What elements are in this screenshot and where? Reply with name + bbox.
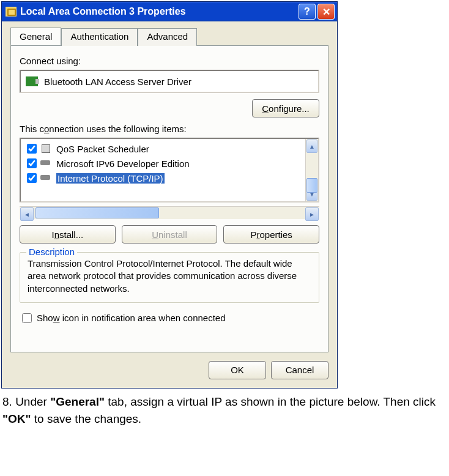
show-icon-checkbox[interactable]	[22, 313, 32, 323]
cancel-button[interactable]: Cancel	[271, 361, 328, 379]
properties-button[interactable]: Properties	[223, 225, 319, 244]
ok-button[interactable]: OK	[209, 361, 266, 379]
description-text: Transmission Control Protocol/Internet P…	[28, 258, 311, 295]
components-listbox[interactable]: QoS Packet Scheduler Microsoft IPv6 Deve…	[20, 138, 319, 203]
tab-strip: General Authentication Advanced	[10, 28, 328, 46]
scroll-thumb[interactable]	[306, 178, 317, 193]
scroll-up-button[interactable]: ▲	[306, 139, 317, 153]
scroll-right-button[interactable]: ►	[305, 207, 319, 221]
item-checkbox-tcpip[interactable]	[27, 173, 37, 183]
tab-advanced[interactable]: Advanced	[138, 28, 197, 46]
qos-icon	[40, 143, 53, 154]
horizontal-scrollbar[interactable]: ◄ ►	[20, 206, 319, 219]
adapter-name: Bluetooth LAN Access Server Driver	[44, 76, 191, 87]
item-checkbox-ipv6[interactable]	[27, 158, 37, 168]
dialog-body: General Authentication Advanced Connect …	[2, 21, 337, 361]
list-item[interactable]: QoS Packet Scheduler	[24, 141, 305, 156]
tab-panel-general: Connect using: Bluetooth LAN Access Serv…	[10, 46, 328, 352]
ipv6-icon	[40, 158, 53, 169]
item-checkbox-qos[interactable]	[27, 144, 37, 154]
dialog-footer: OK Cancel	[2, 361, 337, 388]
install-button[interactable]: Install...	[20, 225, 116, 244]
item-label: QoS Packet Scheduler	[56, 144, 149, 154]
item-label-selected: Internet Protocol (TCP/IP)	[56, 173, 165, 184]
window-title: Local Area Connection 3 Properties	[20, 6, 297, 17]
ok-bold: "OK"	[2, 412, 31, 425]
close-button[interactable]: ✕	[317, 4, 335, 20]
network-adapter-icon	[26, 76, 38, 86]
vertical-scrollbar[interactable]: ▲ ▼	[305, 139, 318, 201]
connection-icon	[6, 7, 17, 17]
hscroll-thumb[interactable]	[35, 207, 159, 218]
list-item[interactable]: Internet Protocol (TCP/IP)	[24, 171, 305, 185]
hscroll-track[interactable]	[34, 207, 305, 219]
items-label: This connection uses the following items…	[20, 124, 319, 134]
tcpip-icon	[40, 173, 53, 184]
properties-dialog: Local Area Connection 3 Properties ? ✕ G…	[1, 1, 338, 389]
scroll-track[interactable]	[306, 154, 318, 187]
list-item[interactable]: Microsoft IPv6 Developer Edition	[24, 156, 305, 171]
tab-authentication[interactable]: Authentication	[61, 28, 138, 46]
help-button[interactable]: ?	[299, 4, 316, 20]
scroll-left-button[interactable]: ◄	[20, 207, 34, 221]
step-number: 8.	[2, 395, 12, 408]
description-group: Description Transmission Control Protoco…	[20, 252, 319, 303]
connect-using-label: Connect using:	[20, 56, 319, 66]
close-icon: ✕	[322, 6, 330, 18]
uninstall-button: Uninstall	[122, 225, 218, 244]
adapter-field: Bluetooth LAN Access Server Driver	[20, 70, 319, 93]
show-icon-label: Show icon in notification area when conn…	[37, 313, 226, 323]
item-label: Microsoft IPv6 Developer Edition	[56, 158, 190, 169]
tab-general[interactable]: General	[10, 28, 61, 45]
show-icon-row[interactable]: Show icon in notification area when conn…	[20, 311, 319, 325]
configure-button[interactable]: CConfigure...onfigure...	[252, 99, 319, 117]
instruction-text: 8. Under "General" tab, assign a virtual…	[0, 390, 442, 432]
titlebar[interactable]: Local Area Connection 3 Properties ? ✕	[2, 2, 337, 21]
general-bold: "General"	[50, 395, 105, 408]
description-legend: Description	[26, 247, 77, 257]
